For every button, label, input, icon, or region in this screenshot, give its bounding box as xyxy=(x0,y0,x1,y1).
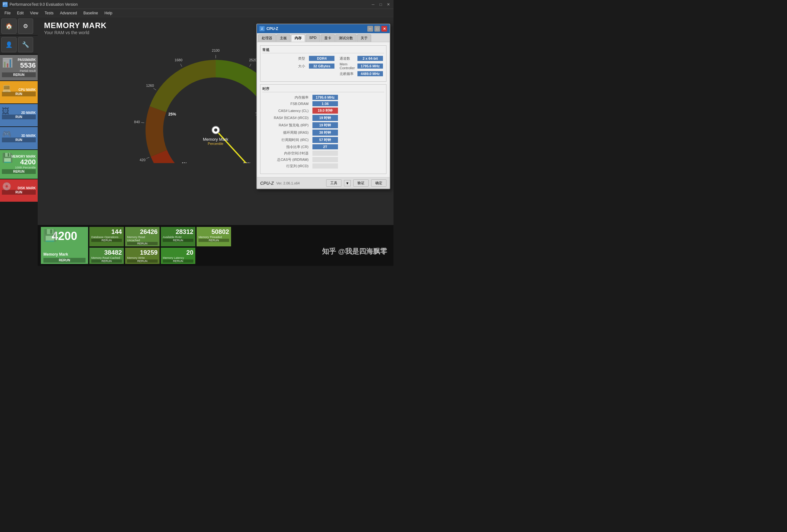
menu-help[interactable]: Help xyxy=(101,10,115,16)
home-icon-btn[interactable]: 🏠 xyxy=(1,19,17,34)
window-controls: ─ □ ✕ xyxy=(370,2,391,7)
table-row: 指令比率 (CR) 2T xyxy=(262,144,384,150)
cpuz-ok-btn[interactable]: 确定 xyxy=(371,179,386,187)
close-button[interactable]: ✕ xyxy=(386,2,391,7)
result-main-label: Memory Mark xyxy=(43,252,86,257)
northbridge-value: 4489.0 MHz xyxy=(358,71,383,76)
table-row: 内存空间计时器 xyxy=(262,150,384,156)
results-area: 💾 4200 Memory Mark RERUN 144 xyxy=(38,225,394,266)
result-write-rerun[interactable]: RERUN xyxy=(127,259,158,263)
cpuz-close[interactable]: ✕ xyxy=(381,26,387,31)
cpuz-tab-memory[interactable]: 内存 xyxy=(291,35,305,42)
cr-label: 指令比率 (CR) xyxy=(262,144,311,150)
channels-label: 通道数 xyxy=(336,55,356,62)
type-value: DDR4 xyxy=(309,56,335,61)
table-row: CAS# Latency (CL) 19.0 时钟 xyxy=(262,107,384,114)
menu-view[interactable]: View xyxy=(27,10,42,16)
result-main-rerun[interactable]: RERUN xyxy=(43,258,86,263)
result-card-write: 19259 Memory Write RERUN xyxy=(125,248,159,264)
menu-tests[interactable]: Tests xyxy=(42,10,57,16)
sidebar-memory[interactable]: 💾 MEMORY MARK 4200 100th Percentile RERU… xyxy=(0,150,38,179)
cpuz-version: Ver. 2.06.1.x64 xyxy=(276,181,324,185)
cpuz-normal-section: 常规 类型 DDR4 通道数 2 x 64-bit 大小 32 GBytes M… xyxy=(260,45,386,82)
cpuz-tools-btn[interactable]: 工具 xyxy=(326,179,341,187)
tras-label: 循环周期 (tRAS) xyxy=(262,129,311,136)
result-threaded-rerun[interactable]: RERUN xyxy=(198,239,229,242)
minimize-button[interactable]: ─ xyxy=(370,2,376,7)
sidebar-3dmark[interactable]: 🎮 3D MARK RUN xyxy=(0,127,38,149)
memtimer-label: 内存空间计时器 xyxy=(262,150,311,156)
result-readuncached-label: Memory Read Uncached xyxy=(127,235,158,242)
memfreq-label: 内存频率 xyxy=(262,94,311,101)
table-row: 循环周期 (tRAS) 38 时钟 xyxy=(262,129,384,136)
table-row: 行周期时间 (tRC) 57 时钟 xyxy=(262,136,384,144)
menu-edit[interactable]: Edit xyxy=(14,10,27,16)
cpuz-titlebar: Z CPU-Z ─ □ ✕ xyxy=(257,24,390,33)
memtimer-value xyxy=(313,151,338,156)
gauge-label: Memory Mark xyxy=(203,137,228,142)
type-label: 类型 xyxy=(262,55,307,62)
result-write-label: Memory Write xyxy=(127,256,158,259)
rowcol-label: 行至列 (tRCD) xyxy=(262,163,311,169)
cl-label: CAS# Latency (CL) xyxy=(262,107,311,114)
sidebar-disk[interactable]: 💿 DISK MARK RUN xyxy=(0,179,38,202)
tras-value: 38 时钟 xyxy=(313,130,338,136)
cpuz-maximize[interactable]: □ xyxy=(374,26,380,31)
user-icon-btn[interactable]: 👤 xyxy=(1,37,17,52)
table-row: RAS# 预充电 (tRP) 19 时钟 xyxy=(262,122,384,129)
sidebar-2dmark[interactable]: 🖼 2D MARK RUN xyxy=(0,104,38,126)
menu-file[interactable]: File xyxy=(1,10,14,16)
gauge-sublabel: Percentile xyxy=(203,142,228,146)
cpuz-verify-btn[interactable]: 验证 xyxy=(353,179,368,187)
menu-advanced[interactable]: Advanced xyxy=(57,10,80,16)
result-readcached-rerun[interactable]: RERUN xyxy=(91,259,122,263)
wrench-icon-btn[interactable]: 🔧 xyxy=(18,37,33,52)
result-db-rerun[interactable]: RERUN xyxy=(91,239,122,242)
cpuz-tab-gpu[interactable]: 显卡 xyxy=(321,35,335,42)
cpuz-tab-about[interactable]: 关于 xyxy=(357,35,371,42)
trc-value: 57 时钟 xyxy=(313,137,338,143)
result-db-value: 144 xyxy=(91,228,122,235)
memctrl-label: Mem Controller xyxy=(336,62,356,70)
result-readcached-label: Memory Read Cached xyxy=(91,256,122,259)
cpuz-tools-dropdown[interactable]: ▼ xyxy=(344,180,351,186)
result-threaded-value: 50802 xyxy=(198,228,229,235)
result-latency-rerun[interactable]: RERUN xyxy=(163,259,193,263)
size-label: 大小 xyxy=(262,62,307,70)
cpuz-tab-spd[interactable]: SPD xyxy=(306,35,320,42)
cpuz-minimize[interactable]: ─ xyxy=(367,26,373,31)
menu-baseline[interactable]: Baseline xyxy=(80,10,101,16)
cpuz-footer: CPU-Z Ver. 2.06.1.x64 工具 ▼ 验证 确定 xyxy=(257,177,390,189)
result-write-value: 19259 xyxy=(127,249,158,256)
result-readuncached-rerun[interactable]: RERUN xyxy=(127,242,158,245)
passmark-rerun[interactable]: RERUN xyxy=(2,72,36,77)
result-latency-label: Memory Latency xyxy=(163,256,193,259)
maximize-button[interactable]: □ xyxy=(378,2,383,7)
result-availram-rerun[interactable]: RERUN xyxy=(163,239,193,242)
cpuz-timing-section: 时序 内存频率 1795.6 MHz FSB:DRAM 1:36 CAS# La… xyxy=(260,84,386,174)
cpuz-tab-cpu[interactable]: 处理器 xyxy=(258,35,276,42)
table-row: 总CAS号 (tRDRAM) xyxy=(262,156,384,163)
cpuz-tab-mb[interactable]: 主板 xyxy=(276,35,291,42)
table-row: RAS# 到CAS# (tRCD) 19 时钟 xyxy=(262,114,384,122)
fsbdram-label: FSB:DRAM xyxy=(262,101,311,107)
result-card-latency: 20 Memory Latency RERUN xyxy=(161,248,195,264)
result-row-1: 144 Database Operations RERUN 26426 Memo… xyxy=(89,227,390,247)
result-main-card: 💾 4200 Memory Mark RERUN xyxy=(41,227,88,264)
cpuz-tab-bench[interactable]: 测试分数 xyxy=(335,35,357,42)
table-row: 行至列 (tRCD) xyxy=(262,163,384,169)
sidebar: 🏠 ⚙ 👤 🔧 📊 PASSMARK 5536 Partial result R… xyxy=(0,17,38,266)
memory-rerun[interactable]: RERUN xyxy=(2,169,36,174)
sidebar-passmark[interactable]: 📊 PASSMARK 5536 Partial result RERUN xyxy=(0,55,38,80)
cpuz-normal-title: 常规 xyxy=(262,47,384,53)
trdram-label: 总CAS号 (tRDRAM) xyxy=(262,156,311,163)
settings-icon-btn[interactable]: ⚙ xyxy=(18,19,33,34)
trp-value: 19 时钟 xyxy=(313,122,338,128)
menu-bar: File Edit View Tests Advanced Baseline H… xyxy=(0,9,394,17)
passmark-sub: Partial result xyxy=(2,69,36,72)
result-cards-grid: 144 Database Operations RERUN 26426 Memo… xyxy=(89,227,390,264)
memory-sub: 100th Percentile xyxy=(2,166,36,169)
northbridge-label: 北桥频率 xyxy=(336,70,356,77)
sidebar-cpumark[interactable]: 💻 CPU MARK RUN xyxy=(0,81,38,103)
result-card-readcached: 38482 Memory Read Cached RERUN xyxy=(89,248,124,264)
